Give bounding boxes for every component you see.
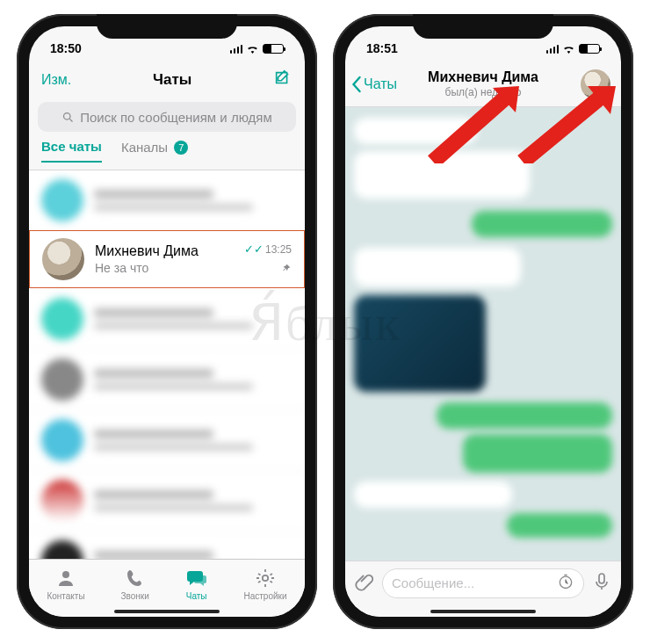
svg-point-3 bbox=[263, 575, 268, 580]
list-item-blurred bbox=[29, 410, 305, 471]
chat-name: Михневич Дима bbox=[95, 243, 234, 259]
gear-icon bbox=[254, 568, 277, 589]
compose-button[interactable] bbox=[273, 69, 292, 92]
chats-nav-bar: Изм. Чаты bbox=[29, 62, 305, 98]
message-input[interactable]: Сообщение... bbox=[382, 568, 584, 598]
back-label: Чаты bbox=[364, 76, 397, 92]
read-ticks-icon: ✓✓ bbox=[244, 242, 264, 256]
svg-line-1 bbox=[70, 119, 73, 121]
page-title: Чаты bbox=[153, 71, 191, 89]
tab-chats[interactable]: Чаты bbox=[185, 568, 208, 601]
message-input-bar: Сообщение... bbox=[345, 561, 621, 617]
screen-conversation: 18:51 Чаты Михневич Дима был(а) недавно bbox=[345, 26, 621, 617]
chat-time: 13:25 bbox=[265, 243, 292, 256]
status-time: 18:51 bbox=[366, 41, 398, 55]
screen-chats-list: 18:50 Изм. Чаты Поиск по сообщениям и лю… bbox=[29, 26, 305, 617]
chats-icon bbox=[185, 568, 208, 589]
annotation-arrow-left bbox=[424, 84, 521, 163]
search-placeholder: Поиск по сообщениям и людям bbox=[80, 110, 272, 125]
paperclip-icon bbox=[354, 571, 375, 592]
bottom-tab-bar: Контакты Звонки Чаты Настройки bbox=[29, 559, 305, 617]
annotation-arrow-right bbox=[512, 84, 618, 163]
svg-rect-5 bbox=[599, 574, 604, 583]
list-item-blurred bbox=[29, 350, 305, 410]
clock-icon bbox=[557, 573, 574, 590]
status-indicators bbox=[546, 44, 601, 54]
tab-contacts-label: Контакты bbox=[47, 591, 84, 601]
home-indicator[interactable] bbox=[114, 610, 220, 613]
battery-icon bbox=[579, 44, 600, 54]
phone-notch bbox=[413, 14, 553, 39]
edit-button[interactable]: Изм. bbox=[41, 72, 71, 88]
chat-last-message: Не за что bbox=[95, 261, 234, 275]
timer-button[interactable] bbox=[557, 573, 574, 593]
channels-badge: 7 bbox=[174, 141, 188, 155]
pin-icon bbox=[244, 256, 292, 277]
tab-settings[interactable]: Настройки bbox=[244, 568, 287, 601]
voice-button[interactable] bbox=[591, 571, 612, 596]
chat-filter-tabs: Все чаты Каналы 7 bbox=[29, 139, 305, 170]
list-item-blurred bbox=[29, 289, 305, 350]
tab-all-chats[interactable]: Все чаты bbox=[41, 139, 102, 163]
chat-list[interactable]: Михневич Дима Не за что ✓✓13:25 bbox=[29, 170, 305, 592]
microphone-icon bbox=[591, 571, 612, 592]
back-button[interactable]: Чаты bbox=[350, 76, 397, 93]
svg-point-0 bbox=[64, 112, 71, 119]
tab-chats-label: Чаты bbox=[186, 591, 207, 601]
message-placeholder: Сообщение... bbox=[392, 575, 474, 590]
tab-channels[interactable]: Каналы 7 bbox=[121, 140, 188, 162]
tab-channels-label: Каналы bbox=[121, 140, 168, 155]
tab-settings-label: Настройки bbox=[244, 591, 287, 601]
cellular-signal-icon bbox=[230, 44, 243, 54]
avatar bbox=[42, 238, 84, 280]
search-input[interactable]: Поиск по сообщениям и людям bbox=[38, 102, 296, 132]
tab-calls-label: Звонки bbox=[120, 591, 148, 601]
contacts-icon bbox=[54, 568, 77, 589]
home-indicator[interactable] bbox=[430, 610, 536, 613]
list-item-blurred bbox=[29, 471, 305, 532]
phone-icon bbox=[124, 568, 147, 589]
battery-icon bbox=[263, 44, 284, 54]
chat-row-highlighted[interactable]: Михневич Дима Не за что ✓✓13:25 bbox=[29, 230, 305, 288]
phone-mockup-left: 18:50 Изм. Чаты Поиск по сообщениям и лю… bbox=[17, 14, 317, 629]
attach-button[interactable] bbox=[354, 571, 375, 596]
phone-notch bbox=[97, 14, 237, 39]
cellular-signal-icon bbox=[546, 44, 560, 54]
phone-mockup-right: 18:51 Чаты Михневич Дима был(а) недавно bbox=[333, 14, 633, 629]
status-indicators bbox=[230, 44, 285, 54]
list-item-blurred bbox=[29, 170, 305, 231]
wifi-icon bbox=[562, 44, 575, 54]
compose-icon bbox=[273, 69, 292, 88]
wifi-icon bbox=[246, 44, 259, 54]
tab-contacts[interactable]: Контакты bbox=[47, 568, 84, 601]
chevron-left-icon bbox=[350, 76, 362, 93]
tab-calls[interactable]: Звонки bbox=[120, 568, 148, 601]
search-icon bbox=[61, 111, 75, 124]
svg-point-2 bbox=[62, 571, 69, 578]
status-time: 18:50 bbox=[50, 41, 82, 55]
conversation-scroll[interactable] bbox=[345, 107, 621, 561]
